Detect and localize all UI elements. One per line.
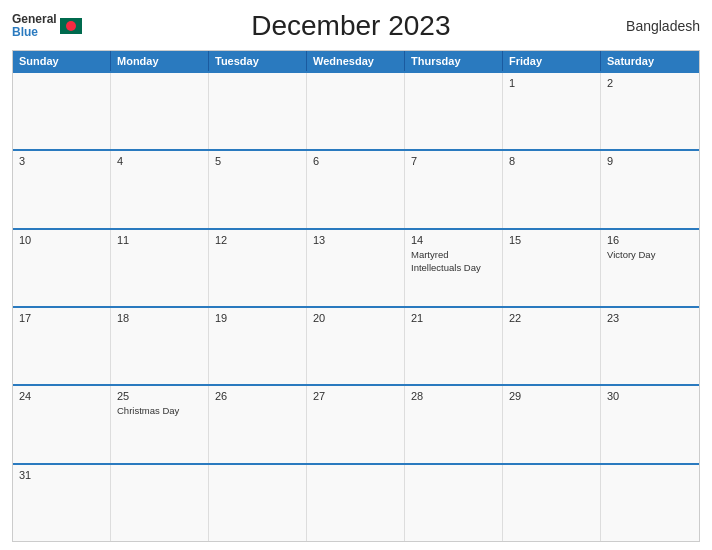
day-number: 14 bbox=[411, 234, 496, 246]
day-cell: 7 bbox=[405, 151, 503, 227]
day-number: 24 bbox=[19, 390, 104, 402]
logo-blue: Blue bbox=[12, 26, 57, 39]
day-number: 27 bbox=[313, 390, 398, 402]
day-cell: 23 bbox=[601, 308, 699, 384]
day-cell: 2 bbox=[601, 73, 699, 149]
day-number: 7 bbox=[411, 155, 496, 167]
day-number: 6 bbox=[313, 155, 398, 167]
day-headers-row: SundayMondayTuesdayWednesdayThursdayFrid… bbox=[13, 51, 699, 71]
day-number: 13 bbox=[313, 234, 398, 246]
calendar-header: General Blue December 2023 Bangladesh bbox=[12, 10, 700, 42]
day-cell: 9 bbox=[601, 151, 699, 227]
day-number: 30 bbox=[607, 390, 693, 402]
country-label: Bangladesh bbox=[620, 18, 700, 34]
day-number: 20 bbox=[313, 312, 398, 324]
day-number: 12 bbox=[215, 234, 300, 246]
event-label: Martyred bbox=[411, 249, 496, 261]
day-number: 8 bbox=[509, 155, 594, 167]
day-number: 9 bbox=[607, 155, 693, 167]
day-cell: 28 bbox=[405, 386, 503, 462]
day-header-saturday: Saturday bbox=[601, 51, 699, 71]
day-number: 4 bbox=[117, 155, 202, 167]
month-title: December 2023 bbox=[82, 10, 620, 42]
day-number: 16 bbox=[607, 234, 693, 246]
day-cell: 22 bbox=[503, 308, 601, 384]
day-number: 10 bbox=[19, 234, 104, 246]
day-number: 29 bbox=[509, 390, 594, 402]
day-header-thursday: Thursday bbox=[405, 51, 503, 71]
event-label: Intellectuals Day bbox=[411, 262, 496, 274]
day-cell: 25Christmas Day bbox=[111, 386, 209, 462]
day-cell: 11 bbox=[111, 230, 209, 306]
day-number: 25 bbox=[117, 390, 202, 402]
day-number: 18 bbox=[117, 312, 202, 324]
day-cell: 3 bbox=[13, 151, 111, 227]
week-row-6: 31 bbox=[13, 463, 699, 541]
day-cell bbox=[13, 73, 111, 149]
calendar-container: General Blue December 2023 Bangladesh Su… bbox=[0, 0, 712, 550]
day-number: 28 bbox=[411, 390, 496, 402]
day-cell: 12 bbox=[209, 230, 307, 306]
event-label: Victory Day bbox=[607, 249, 693, 261]
day-cell: 29 bbox=[503, 386, 601, 462]
day-cell: 8 bbox=[503, 151, 601, 227]
day-cell: 1 bbox=[503, 73, 601, 149]
day-number: 11 bbox=[117, 234, 202, 246]
day-cell bbox=[307, 73, 405, 149]
day-cell: 14MartyredIntellectuals Day bbox=[405, 230, 503, 306]
week-row-3: 1011121314MartyredIntellectuals Day1516V… bbox=[13, 228, 699, 306]
weeks-container: 1234567891011121314MartyredIntellectuals… bbox=[13, 71, 699, 541]
day-header-sunday: Sunday bbox=[13, 51, 111, 71]
day-cell bbox=[111, 465, 209, 541]
day-cell: 21 bbox=[405, 308, 503, 384]
week-row-1: 12 bbox=[13, 71, 699, 149]
day-cell bbox=[503, 465, 601, 541]
day-cell bbox=[209, 73, 307, 149]
day-cell: 10 bbox=[13, 230, 111, 306]
week-row-2: 3456789 bbox=[13, 149, 699, 227]
day-cell: 6 bbox=[307, 151, 405, 227]
day-number: 23 bbox=[607, 312, 693, 324]
day-cell bbox=[111, 73, 209, 149]
day-number: 1 bbox=[509, 77, 594, 89]
day-cell: 15 bbox=[503, 230, 601, 306]
day-cell: 17 bbox=[13, 308, 111, 384]
day-cell: 4 bbox=[111, 151, 209, 227]
day-cell: 31 bbox=[13, 465, 111, 541]
day-cell bbox=[405, 465, 503, 541]
week-row-5: 2425Christmas Day2627282930 bbox=[13, 384, 699, 462]
event-label: Christmas Day bbox=[117, 405, 202, 417]
day-header-friday: Friday bbox=[503, 51, 601, 71]
day-number: 21 bbox=[411, 312, 496, 324]
day-number: 19 bbox=[215, 312, 300, 324]
day-number: 2 bbox=[607, 77, 693, 89]
week-row-4: 17181920212223 bbox=[13, 306, 699, 384]
day-number: 26 bbox=[215, 390, 300, 402]
day-number: 17 bbox=[19, 312, 104, 324]
logo: General Blue bbox=[12, 13, 82, 39]
day-header-monday: Monday bbox=[111, 51, 209, 71]
day-number: 5 bbox=[215, 155, 300, 167]
day-header-wednesday: Wednesday bbox=[307, 51, 405, 71]
day-cell: 19 bbox=[209, 308, 307, 384]
day-header-tuesday: Tuesday bbox=[209, 51, 307, 71]
day-cell: 30 bbox=[601, 386, 699, 462]
day-cell: 24 bbox=[13, 386, 111, 462]
day-cell bbox=[307, 465, 405, 541]
day-cell: 18 bbox=[111, 308, 209, 384]
day-number: 31 bbox=[19, 469, 104, 481]
day-cell: 26 bbox=[209, 386, 307, 462]
day-cell: 20 bbox=[307, 308, 405, 384]
logo-text: General Blue bbox=[12, 13, 57, 39]
day-cell: 13 bbox=[307, 230, 405, 306]
day-cell: 16Victory Day bbox=[601, 230, 699, 306]
day-cell: 27 bbox=[307, 386, 405, 462]
day-cell bbox=[209, 465, 307, 541]
day-cell bbox=[601, 465, 699, 541]
calendar-grid: SundayMondayTuesdayWednesdayThursdayFrid… bbox=[12, 50, 700, 542]
day-cell: 5 bbox=[209, 151, 307, 227]
day-number: 22 bbox=[509, 312, 594, 324]
logo-flag-icon bbox=[60, 18, 82, 34]
day-number: 15 bbox=[509, 234, 594, 246]
svg-point-1 bbox=[66, 21, 76, 31]
